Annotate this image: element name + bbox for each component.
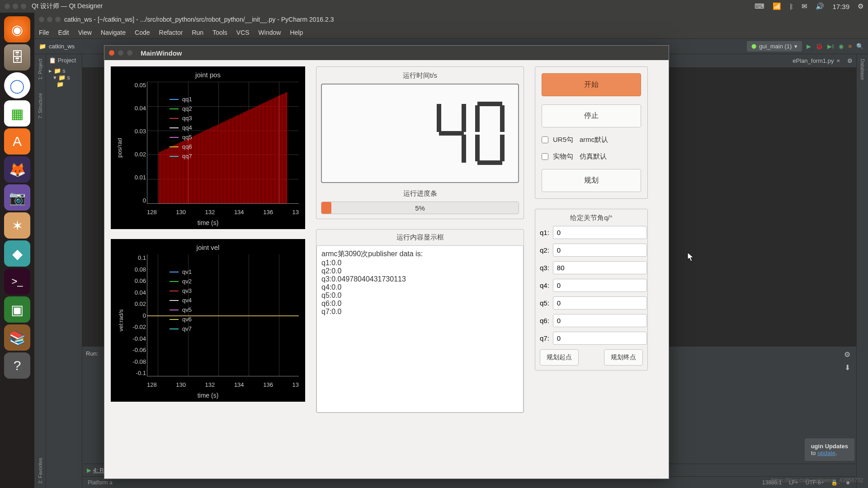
sidebar-project[interactable]: 1: Project bbox=[38, 59, 43, 80]
firefox-icon[interactable]: 🦊 bbox=[4, 156, 30, 183]
breadcrumb[interactable]: catkin_ws bbox=[49, 43, 75, 50]
y-ticks: 0.10.080.060.040.020-0.02-0.04-0.06-0.08… bbox=[128, 254, 146, 376]
collapse-icon[interactable]: ⬇ bbox=[844, 363, 850, 372]
dash-icon[interactable]: ◉ bbox=[4, 16, 30, 42]
mail-icon[interactable]: ✉ bbox=[802, 2, 807, 10]
content-textbox[interactable]: armc第3090次publisher data is: q1:0.0 q2:0… bbox=[316, 245, 524, 413]
right-tool-gutter: Database bbox=[856, 54, 868, 488]
folder-icon: 📁 bbox=[39, 43, 46, 50]
menu-tools[interactable]: Tools bbox=[212, 29, 227, 36]
system-tray: ⌨ 📶 ᛒ ✉ 🔊 17:39 ⚙ bbox=[755, 2, 863, 10]
close-icon[interactable]: × bbox=[836, 57, 840, 64]
sidebar-database[interactable]: Database bbox=[860, 59, 865, 80]
clock[interactable]: 17:39 bbox=[832, 3, 849, 10]
q2-input[interactable] bbox=[553, 244, 647, 257]
x-ticks: 12813013213413613 bbox=[147, 381, 299, 388]
left-tool-gutter: 1: Project 7: Structure 2: Favorites bbox=[34, 54, 46, 488]
files-icon[interactable]: 🗄 bbox=[4, 44, 30, 70]
update-link[interactable]: update bbox=[817, 450, 835, 456]
joint-vel-plot[interactable]: joint vel vel:rad/s 0.10.080.060.040.020… bbox=[111, 239, 305, 402]
real-checkbox[interactable] bbox=[542, 153, 548, 160]
stop-icon[interactable]: ≡ bbox=[848, 43, 852, 50]
q-label: q6: bbox=[540, 317, 549, 324]
maximize-icon[interactable] bbox=[55, 17, 61, 22]
plan-end-button[interactable]: 规划终点 bbox=[604, 349, 643, 366]
project-tree[interactable]: 📋 Project ▸ 📁 s ▾ 📁 s 📁 bbox=[46, 54, 82, 488]
app-icon[interactable]: ▣ bbox=[4, 296, 30, 323]
help-icon[interactable]: ? bbox=[4, 352, 30, 379]
menu-view[interactable]: View bbox=[78, 29, 92, 36]
q1-input[interactable] bbox=[553, 226, 647, 239]
gear-icon[interactable]: ⚙ bbox=[858, 2, 863, 10]
menu-code[interactable]: Code bbox=[135, 29, 150, 36]
menu-edit[interactable]: Edit bbox=[58, 29, 69, 36]
run-label: Run: bbox=[82, 347, 100, 464]
q5-input[interactable] bbox=[553, 296, 647, 310]
q-label: q1: bbox=[540, 229, 549, 236]
menu-vcs[interactable]: VCS bbox=[236, 29, 250, 36]
app-icon[interactable]: ✶ bbox=[4, 212, 30, 239]
q6-input[interactable] bbox=[553, 314, 647, 327]
menu-help[interactable]: Help bbox=[290, 29, 303, 36]
progress-bar: 5% bbox=[321, 202, 519, 214]
keyboard-icon[interactable]: ⌨ bbox=[755, 2, 764, 10]
q4-input[interactable] bbox=[553, 279, 647, 292]
python-icon: ⬣ bbox=[751, 43, 756, 50]
profile-icon[interactable]: ◉ bbox=[839, 43, 844, 50]
watermark: https://blog.csdn.net/weixin_43956732 bbox=[771, 477, 863, 483]
mainwindow-titlebar[interactable]: MainWindow bbox=[104, 46, 669, 60]
content-display-groupbox: 运行内容显示框 armc第3090次publisher data is: q1:… bbox=[316, 229, 524, 413]
bluetooth-icon[interactable]: ᛒ bbox=[789, 3, 793, 10]
close-icon[interactable] bbox=[109, 50, 114, 56]
editor-tab[interactable]: ePlan_form1.py × bbox=[789, 56, 844, 66]
stop-button[interactable]: 停止 bbox=[542, 104, 641, 127]
coverage-icon[interactable]: ▶⦀ bbox=[827, 43, 834, 50]
chromium-icon[interactable]: ◯ bbox=[4, 72, 30, 99]
menu-refactor[interactable]: Refactor bbox=[159, 29, 183, 36]
menu-run[interactable]: Run bbox=[192, 29, 203, 36]
ur5-checkbox[interactable] bbox=[542, 136, 548, 143]
screenshot-icon[interactable]: 📷 bbox=[4, 184, 30, 211]
q-label: q2: bbox=[540, 246, 549, 254]
app-icon[interactable]: ◆ bbox=[4, 240, 30, 267]
sidebar-favorites[interactable]: 2: Favorites bbox=[38, 458, 43, 483]
libreoffice-calc-icon[interactable]: ▦ bbox=[4, 100, 30, 127]
minimize-icon[interactable] bbox=[118, 50, 123, 56]
window-title: Qt 设计师 — Qt Designer bbox=[32, 2, 755, 10]
terminal-icon[interactable]: >_ bbox=[4, 268, 30, 295]
debug-icon[interactable]: 🐞 bbox=[816, 43, 823, 50]
close-icon[interactable] bbox=[5, 4, 10, 9]
menu-window[interactable]: Window bbox=[259, 29, 281, 36]
qt-main-window: MainWindow joint pos pos/rad 0.050.040.0… bbox=[104, 45, 669, 479]
menu-navigate[interactable]: Navigate bbox=[101, 29, 126, 36]
q-label: q7: bbox=[540, 334, 549, 342]
gear-icon[interactable]: ⚙ bbox=[844, 350, 850, 359]
window-controls bbox=[5, 4, 26, 9]
q7-input[interactable] bbox=[553, 332, 647, 345]
plan-button[interactable]: 规划 bbox=[542, 169, 641, 192]
joint-pos-plot[interactable]: joint pos pos/rad 0.050.040.030.020.010 … bbox=[111, 66, 305, 229]
search-icon[interactable]: 🔍 bbox=[856, 43, 863, 50]
maximize-icon[interactable] bbox=[21, 4, 26, 9]
run-icon[interactable]: ▶ bbox=[807, 43, 811, 50]
q3-input[interactable] bbox=[553, 261, 647, 274]
notification-balloon[interactable]: ugin Updates to update. bbox=[805, 438, 854, 461]
q-label: q4: bbox=[540, 282, 549, 289]
plan-start-button[interactable]: 规划起点 bbox=[540, 349, 579, 366]
minimize-icon[interactable] bbox=[47, 17, 52, 22]
maximize-icon[interactable] bbox=[127, 50, 132, 56]
close-icon[interactable] bbox=[39, 17, 44, 22]
start-button[interactable]: 开始 bbox=[542, 73, 641, 96]
menu-file[interactable]: File bbox=[39, 29, 49, 36]
project-header: 📋 Project bbox=[49, 57, 79, 64]
minimize-icon[interactable] bbox=[13, 4, 18, 9]
run-config-selector[interactable]: ⬣ gui_main (1) ▾ bbox=[747, 41, 802, 52]
gear-icon[interactable]: ⚙ bbox=[847, 57, 853, 64]
volume-icon[interactable]: 🔊 bbox=[816, 2, 824, 10]
pycharm-menubar[interactable]: File Edit View Navigate Code Refactor Ru… bbox=[34, 26, 868, 39]
wifi-icon[interactable]: 📶 bbox=[773, 2, 781, 10]
sidebar-structure[interactable]: 7: Structure bbox=[38, 93, 43, 119]
lcd-display bbox=[321, 84, 519, 183]
software-center-icon[interactable]: A bbox=[4, 128, 30, 155]
app-icon[interactable]: 📚 bbox=[4, 324, 30, 351]
